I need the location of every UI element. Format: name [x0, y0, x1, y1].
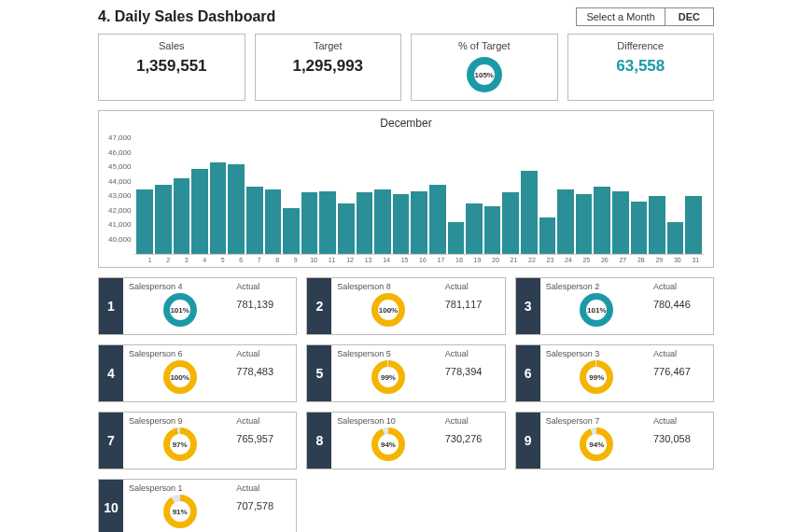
salesperson-actual-label: Actual: [653, 416, 707, 426]
y-tick: 41,000: [108, 220, 131, 229]
y-tick: 44,000: [108, 177, 131, 186]
x-tick: 27: [615, 257, 631, 263]
month-selector-value: DEC: [665, 8, 713, 25]
salesperson-card: 5Salesperson 599%Actual778,394: [306, 344, 505, 402]
salesperson-actual-value: 780,446: [653, 299, 707, 310]
chart-y-axis: 47,00046,00045,00044,00043,00042,00041,0…: [108, 133, 134, 255]
chart-bar: [576, 194, 593, 254]
chart-bar: [594, 187, 610, 254]
kpi-sales: Sales 1,359,551: [98, 34, 245, 101]
kpi-difference: Difference 63,558: [567, 34, 715, 101]
chart-bar: [283, 208, 300, 254]
kpi-value: 1,295,993: [256, 57, 401, 76]
salesperson-pct-value: 99%: [378, 367, 399, 387]
salesperson-actual-label: Actual: [236, 349, 290, 358]
chart-bar: [557, 189, 574, 254]
salesperson-pct-value: 100%: [378, 300, 399, 320]
x-tick: 22: [524, 257, 539, 263]
salesperson-pct-donut: 101%: [580, 293, 613, 327]
chart-bar: [174, 178, 190, 254]
chart-plot-area: [134, 133, 704, 255]
chart-bar: [265, 189, 282, 254]
salesperson-name: Salesperson 2: [546, 282, 600, 291]
salesperson-pct-donut: 101%: [163, 293, 197, 327]
salesperson-name: Salesperson 6: [129, 349, 183, 358]
chart-bar: [612, 191, 629, 254]
x-tick: 31: [688, 257, 704, 263]
salesperson-rank: 9: [516, 413, 540, 469]
salesperson-name: Salesperson 9: [129, 416, 183, 426]
salesperson-pct-value: 101%: [170, 300, 190, 320]
x-tick: 13: [360, 257, 376, 263]
salesperson-card: 3Salesperson 2101%Actual780,446: [515, 277, 714, 335]
x-tick: 3: [178, 257, 194, 263]
salesperson-actual-value: 707,578: [236, 500, 290, 511]
salesperson-actual-label: Actual: [445, 349, 499, 358]
chart-bar: [411, 191, 427, 254]
y-tick: 42,000: [108, 206, 131, 215]
kpi-label: Difference: [568, 40, 714, 51]
salesperson-actual-value: 730,058: [653, 433, 707, 444]
salesperson-card: 6Salesperson 399%Actual776,467: [515, 344, 714, 402]
salesperson-pct-value: 94%: [586, 434, 607, 455]
salesperson-pct-donut: 100%: [163, 360, 197, 394]
kpi-row: Sales 1,359,551 Target 1,295,993 % of Ta…: [98, 34, 714, 101]
chart-bar: [539, 217, 556, 254]
chart-bar: [631, 202, 648, 254]
kpi-value: 63,558: [568, 57, 714, 76]
salesperson-actual-value: 730,276: [445, 433, 499, 444]
salesperson-card: 7Salesperson 997%Actual765,957: [98, 412, 297, 469]
salesperson-actual-value: 776,467: [653, 366, 707, 377]
chart-bar: [338, 203, 355, 254]
kpi-label: Sales: [99, 40, 245, 51]
salesperson-card: 8Salesperson 1094%Actual730,276: [306, 412, 505, 469]
salesperson-rank: 5: [307, 345, 331, 401]
salesperson-pct-donut: 100%: [371, 293, 405, 327]
salesperson-actual-value: 778,483: [236, 366, 290, 377]
chart-bar: [210, 162, 227, 254]
kpi-label: Target: [256, 40, 401, 51]
kpi-value: 1,359,551: [99, 57, 245, 76]
x-tick: 2: [160, 257, 175, 263]
salesperson-pct-value: 101%: [586, 300, 607, 320]
salesperson-rank: 7: [99, 413, 123, 469]
chart-bar: [667, 222, 684, 254]
chart-bar: [155, 185, 172, 254]
salesperson-rank: 10: [99, 480, 123, 532]
x-tick: 6: [232, 257, 248, 263]
pct-target-donut: 105%: [467, 57, 502, 92]
chart-bar: [649, 196, 665, 254]
salesperson-rank: 4: [99, 345, 123, 401]
x-tick: 17: [433, 257, 449, 263]
salesperson-rank: 8: [307, 413, 331, 469]
x-tick: 20: [487, 257, 503, 263]
chart-bar: [374, 189, 391, 254]
chart-x-axis: 1234567891011121314151617181920212223242…: [108, 257, 704, 263]
salesperson-actual-value: 781,117: [445, 299, 499, 310]
chart-bar: [136, 189, 153, 254]
x-tick: 4: [196, 257, 212, 263]
salesperson-pct-donut: 99%: [371, 360, 405, 394]
salesperson-pct-donut: 91%: [163, 495, 197, 528]
x-tick: 24: [560, 257, 576, 263]
salesperson-actual-value: 778,394: [445, 366, 499, 377]
month-selector[interactable]: Select a Month DEC: [576, 7, 714, 26]
x-tick: 23: [542, 257, 558, 263]
salesperson-pct-value: 97%: [170, 434, 190, 455]
pct-target-value: 105%: [474, 64, 495, 85]
x-tick: 29: [651, 257, 667, 263]
salesperson-rank: 6: [516, 345, 540, 401]
salesperson-name: Salesperson 7: [546, 416, 600, 426]
x-tick: 25: [579, 257, 595, 263]
x-tick: 10: [305, 257, 321, 263]
salesperson-pct-value: 100%: [170, 367, 190, 387]
x-tick: 28: [633, 257, 649, 263]
chart-bar: [228, 164, 245, 254]
chart-bar: [502, 192, 519, 254]
salesperson-card: 4Salesperson 6100%Actual778,483: [98, 344, 297, 402]
salesperson-rank: 3: [516, 278, 540, 334]
chart-bar: [191, 169, 208, 254]
kpi-pct-target: % of Target 105%: [411, 34, 558, 101]
y-tick: 47,000: [108, 133, 131, 142]
y-tick: 40,000: [108, 235, 131, 244]
